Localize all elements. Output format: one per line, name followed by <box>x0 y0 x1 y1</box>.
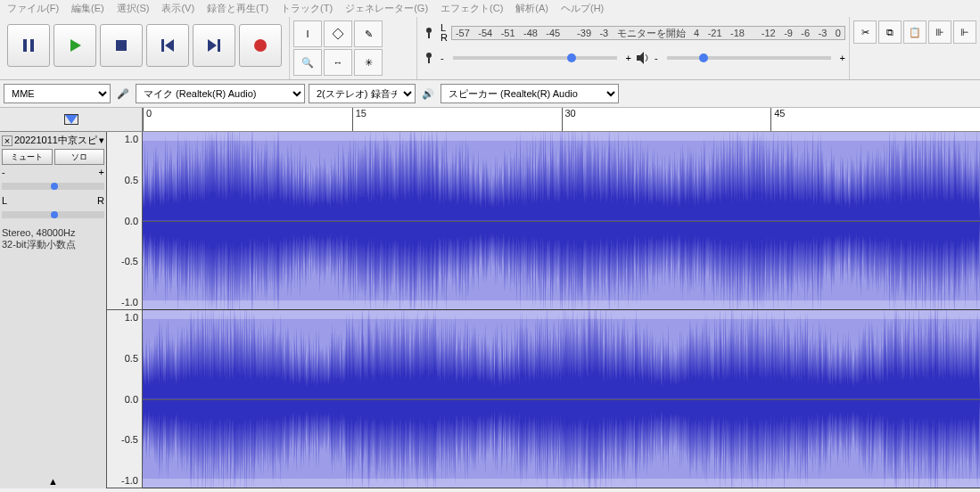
speaker-icon <box>635 50 651 66</box>
envelope-tool-icon[interactable] <box>324 20 352 47</box>
zoom-tool-icon[interactable]: 🔍 <box>293 49 322 76</box>
close-track-button[interactable]: × <box>2 135 12 146</box>
silence-icon[interactable]: ⊩ <box>953 20 976 44</box>
device-toolbar: MME 🎤 マイク (Realtek(R) Audio) 2(ステレオ) 録音チ… <box>0 80 980 108</box>
record-meter[interactable]: -57-54-51-48-45-39-3モニターを開始4-21-18-12-9-… <box>451 26 845 40</box>
record-button[interactable] <box>239 24 282 67</box>
meter-r-label: R <box>441 33 448 43</box>
mic-icon-2 <box>421 50 437 66</box>
waveform-right-channel[interactable] <box>143 310 980 488</box>
svg-marker-2 <box>70 39 81 52</box>
gain-slider[interactable] <box>2 183 104 190</box>
mute-button[interactable]: ミュート <box>2 149 53 165</box>
trim-icon[interactable]: ⊪ <box>928 20 951 44</box>
mic-icon <box>421 25 437 41</box>
selection-tool-icon[interactable]: I <box>293 20 322 47</box>
svg-rect-0 <box>23 39 27 52</box>
plus-label: + <box>626 53 631 63</box>
skip-end-button[interactable] <box>193 24 235 67</box>
amplitude-scale: 1.00.50.0-0.5-1.0 1.00.50.0-0.5-1.0 <box>107 132 143 488</box>
playback-volume-slider[interactable] <box>667 56 831 60</box>
toolbars: I ✎ 🔍 ↔ ✳ LR -57-54-51-48-45-39-3モニターを開始… <box>0 17 980 80</box>
edit-toolbar: ✂ ⧉ 📋 ⊪ ⊩ <box>849 17 980 79</box>
timeshift-tool-icon[interactable]: ↔ <box>324 49 352 76</box>
menu-effect[interactable]: エフェクト(C) <box>441 2 503 15</box>
pan-slider[interactable] <box>2 211 104 218</box>
audio-host-select[interactable]: MME <box>4 84 111 103</box>
menu-generate[interactable]: ジェネレーター(G) <box>345 2 428 15</box>
stop-button[interactable] <box>100 24 143 67</box>
tools-grid: I ✎ 🔍 ↔ ✳ <box>290 17 417 79</box>
time-ruler[interactable]: 0153045 <box>143 108 980 131</box>
menu-file[interactable]: ファイル(F) <box>7 2 59 15</box>
input-device-select[interactable]: マイク (Realtek(R) Audio) <box>136 84 305 103</box>
menu-transport[interactable]: 録音と再生(T) <box>207 2 268 15</box>
track-name[interactable]: 20221011中京スピ <box>14 134 97 147</box>
svg-rect-7 <box>218 39 220 52</box>
menu-tracks[interactable]: トラック(T) <box>281 2 333 15</box>
channels-select[interactable]: 2(ステレオ) 録音チ <box>309 84 416 103</box>
mic-device-icon: 🎤 <box>114 88 132 100</box>
play-button[interactable] <box>54 24 96 67</box>
svg-rect-12 <box>428 58 430 63</box>
menu-analyze[interactable]: 解析(A) <box>515 2 548 15</box>
svg-point-11 <box>426 53 432 58</box>
menu-help[interactable]: ヘルプ(H) <box>561 2 604 15</box>
minus-label: - <box>441 53 444 63</box>
paste-icon[interactable]: 📋 <box>903 20 926 44</box>
svg-rect-3 <box>116 40 127 51</box>
svg-point-8 <box>254 39 267 52</box>
draw-tool-icon[interactable]: ✎ <box>354 20 383 47</box>
track-control-panel: × 20221011中京スピ ▾ ミュート ソロ -+ LR Stereo, 4… <box>0 132 107 488</box>
svg-marker-13 <box>637 52 644 64</box>
pin-playhead-icon[interactable] <box>65 115 78 124</box>
menu-select[interactable]: 選択(S) <box>117 2 150 15</box>
cut-icon[interactable]: ✂ <box>853 20 877 44</box>
skip-start-button[interactable] <box>146 24 189 67</box>
pause-button[interactable] <box>7 24 50 67</box>
minus-label-2: - <box>655 53 658 63</box>
track-menu-icon[interactable]: ▾ <box>99 135 104 146</box>
timeline: 0153045 <box>0 108 980 132</box>
track-format-info: Stereo, 48000Hz32-bit浮動小数点 <box>2 227 104 250</box>
output-device-select[interactable]: スピーカー (Realtek(R) Audio <box>441 84 619 103</box>
svg-rect-1 <box>30 39 34 52</box>
menubar: ファイル(F) 編集(E) 選択(S) 表示(V) 録音と再生(T) トラック(… <box>0 0 980 17</box>
menu-view[interactable]: 表示(V) <box>161 2 194 15</box>
solo-button[interactable]: ソロ <box>54 149 105 165</box>
collapse-track-button[interactable]: ▲ <box>2 476 104 487</box>
waveform-left-channel[interactable] <box>143 132 980 310</box>
copy-icon[interactable]: ⧉ <box>878 20 902 44</box>
meters-panel: LR -57-54-51-48-45-39-3モニターを開始4-21-18-12… <box>417 17 849 79</box>
svg-marker-5 <box>165 39 174 52</box>
waveform-area[interactable] <box>143 132 980 488</box>
speaker-device-icon: 🔊 <box>419 88 437 100</box>
transport-controls <box>0 17 290 79</box>
svg-rect-4 <box>161 39 164 52</box>
tracks-area: × 20221011中京スピ ▾ ミュート ソロ -+ LR Stereo, 4… <box>0 132 980 488</box>
timeline-corner <box>0 108 143 131</box>
svg-marker-6 <box>208 39 217 52</box>
svg-rect-10 <box>428 33 430 38</box>
svg-point-9 <box>426 28 432 33</box>
multi-tool-icon[interactable]: ✳ <box>354 49 383 76</box>
plus-label-2: + <box>840 53 845 63</box>
menu-edit[interactable]: 編集(E) <box>71 2 104 15</box>
record-volume-slider[interactable] <box>453 56 617 60</box>
